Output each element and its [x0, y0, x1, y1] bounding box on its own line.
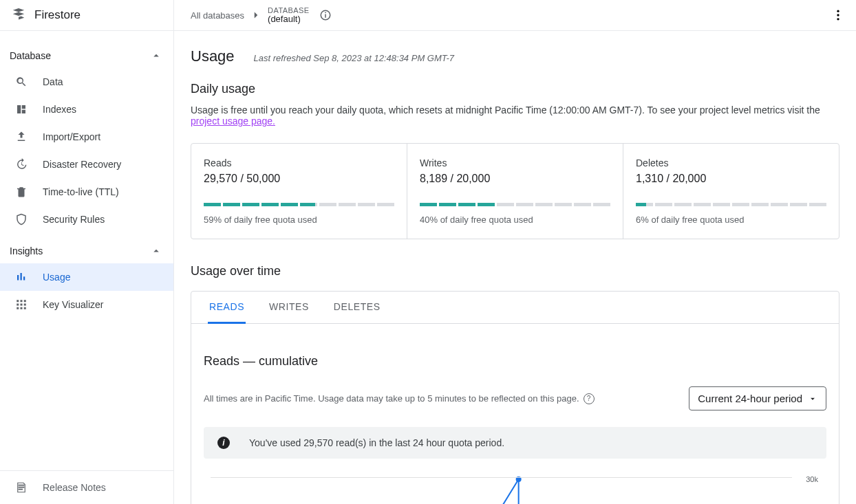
sidebar-item-ttl[interactable]: Time-to-live (TTL): [0, 178, 173, 206]
tab-deletes[interactable]: DELETES: [332, 292, 382, 324]
metric-name: Writes: [420, 157, 610, 168]
last-refreshed-text: Last refreshed Sep 8, 2023 at 12:48:34 P…: [254, 53, 454, 63]
metric-value: 8,189 / 20,000: [420, 173, 610, 185]
quota-card-deletes: Deletes 1,310 / 20,000 6% of daily free …: [623, 144, 839, 239]
quota-cards-row: Reads 29,570 / 50,000 59% of daily free …: [191, 143, 839, 239]
sidebar-item-label: Release Notes: [43, 482, 106, 493]
sidebar-item-key-visualizer[interactable]: Key Visualizer: [0, 291, 173, 318]
svg-rect-1: [325, 14, 326, 18]
tabs-row: READS WRITES DELETES: [191, 292, 839, 324]
svg-rect-2: [325, 12, 326, 14]
bar-chart-icon: [15, 271, 28, 283]
sidebar-item-label: Security Rules: [43, 214, 105, 225]
info-banner-text: You've used 29,570 read(s) in the last 2…: [249, 437, 504, 448]
svg-point-5: [837, 18, 839, 20]
sidebar-item-indexes[interactable]: Indexes: [0, 96, 173, 123]
db-name: (default): [268, 14, 310, 24]
firestore-icon: [11, 8, 26, 23]
breadcrumb-all-databases[interactable]: All databases: [191, 10, 244, 21]
sidebar-item-label: Usage: [43, 272, 70, 283]
sidebar-item-security-rules[interactable]: Security Rules: [0, 206, 173, 233]
brand-header: Firestore: [0, 0, 173, 31]
trash-icon: [15, 186, 28, 198]
tab-reads[interactable]: READS: [208, 292, 246, 324]
sidebar-item-label: Indexes: [43, 104, 76, 115]
section-header-database[interactable]: Database: [0, 43, 173, 68]
tab-writes[interactable]: WRITES: [268, 292, 310, 324]
chart-subtext: All times are in Pacific Time. Usage dat…: [204, 393, 579, 404]
chart-title: Reads — cumulative: [204, 354, 826, 369]
quota-card-writes: Writes 8,189 / 20,000 40% of daily free …: [407, 144, 623, 239]
sidebar-item-label: Time-to-live (TTL): [43, 186, 119, 197]
more-actions-button[interactable]: [827, 4, 849, 26]
quota-pct-text: 59% of daily free quota used: [204, 215, 394, 225]
sidebar-item-label: Key Visualizer: [43, 299, 103, 310]
chart-area: 30k: [204, 475, 826, 504]
sidebar-item-label: Disaster Recovery: [43, 159, 121, 170]
shield-icon: [15, 213, 28, 226]
y-axis-tick-30k: 30k: [806, 475, 818, 483]
quota-pct-text: 6% of daily free quota used: [636, 215, 826, 225]
quota-bar-writes: [420, 203, 610, 206]
info-banner: i You've used 29,570 read(s) in the last…: [204, 427, 826, 459]
project-usage-link[interactable]: project usage page.: [191, 116, 275, 127]
quota-card-reads: Reads 29,570 / 50,000 59% of daily free …: [191, 144, 407, 239]
svg-point-3: [837, 10, 839, 12]
section-header-label: Database: [10, 50, 51, 61]
daily-usage-desc-text: Usage is free until you reach your daily…: [191, 105, 820, 116]
svg-point-4: [837, 14, 839, 16]
metric-value: 1,310 / 20,000: [636, 173, 826, 185]
metric-value: 29,570 / 50,000: [204, 173, 394, 185]
search-icon: [15, 76, 28, 88]
period-select[interactable]: Current 24-hour period: [689, 386, 826, 410]
metric-name: Deletes: [636, 157, 826, 168]
sidebar-item-import-export[interactable]: Import/Export: [0, 123, 173, 151]
usage-over-time-title: Usage over time: [191, 264, 839, 278]
page-title: Usage: [191, 47, 235, 65]
chart-gridline: [211, 477, 792, 478]
history-icon: [15, 158, 28, 171]
daily-usage-title: Daily usage: [191, 82, 839, 96]
chevron-up-icon: [150, 245, 162, 257]
upload-icon: [15, 131, 28, 143]
help-icon[interactable]: ?: [584, 393, 595, 404]
line-chart-svg: [211, 475, 792, 504]
sidebar-item-label: Import/Export: [43, 131, 100, 142]
metric-name: Reads: [204, 157, 394, 168]
dropdown-arrow-icon: [808, 394, 817, 404]
quota-bar-deletes: [636, 203, 826, 206]
indexes-icon: [15, 103, 28, 116]
section-header-label: Insights: [10, 245, 43, 256]
breadcrumb: All databases DATABASE (default): [174, 0, 856, 31]
breadcrumb-current-db[interactable]: DATABASE (default): [268, 6, 310, 24]
notes-icon: [15, 481, 28, 494]
sidebar-item-label: Data: [43, 76, 63, 87]
period-select-label: Current 24-hour period: [698, 393, 802, 404]
sidebar-item-data[interactable]: Data: [0, 68, 173, 96]
info-outline-icon[interactable]: [319, 9, 332, 21]
daily-usage-desc: Usage is free until you reach your daily…: [191, 105, 839, 127]
chevron-up-icon: [150, 50, 162, 62]
grid-icon: [15, 298, 28, 311]
quota-bar-reads: [204, 203, 394, 206]
sidebar-item-disaster-recovery[interactable]: Disaster Recovery: [0, 151, 173, 178]
info-icon: i: [217, 437, 230, 449]
chevron-right-icon: [250, 9, 262, 21]
quota-pct-text: 40% of daily free quota used: [420, 215, 610, 225]
section-header-insights[interactable]: Insights: [0, 239, 173, 263]
sidebar-item-usage[interactable]: Usage: [0, 263, 173, 291]
sidebar-item-release-notes[interactable]: Release Notes: [0, 474, 173, 501]
brand-title: Firestore: [34, 8, 81, 22]
